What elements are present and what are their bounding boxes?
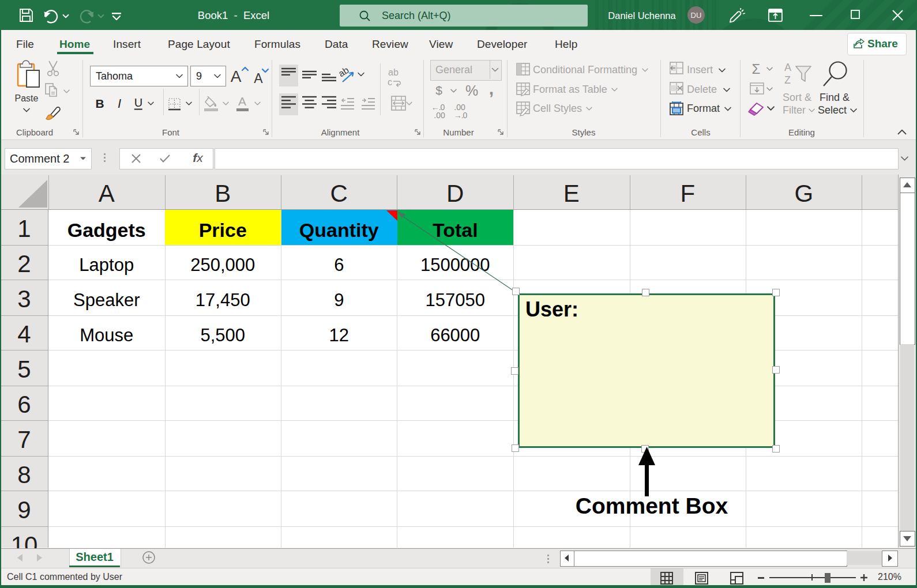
svg-text:A: A	[784, 62, 791, 73]
svg-text:Z: Z	[784, 74, 791, 86]
